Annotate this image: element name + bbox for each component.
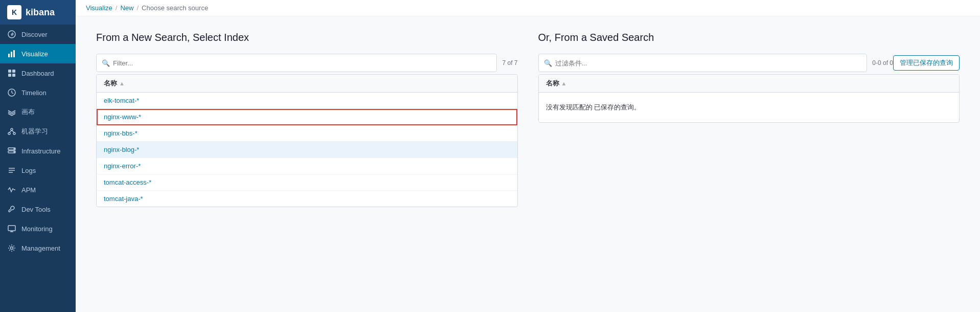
left-panel: From a New Search, Select Index 🔍 7 of 7…: [96, 32, 518, 207]
logo-text: kibana: [26, 7, 55, 18]
sidebar-item-label: Management: [21, 244, 60, 252]
sidebar-item-label: Logs: [21, 167, 36, 174]
svg-rect-6: [12, 70, 15, 73]
sidebar-item-label: Dev Tools: [21, 206, 51, 213]
sidebar-item-timelion[interactable]: Timelion: [0, 83, 76, 102]
search-icon: 🔍: [544, 59, 552, 67]
svg-point-14: [13, 132, 15, 135]
breadcrumb-sep-1: /: [116, 4, 118, 12]
no-results-message: 没有发现匹配的 已保存的查询。: [539, 93, 960, 122]
svg-line-16: [12, 130, 14, 132]
sidebar-item-label: Monitoring: [21, 225, 53, 233]
right-search-bar: 🔍: [538, 54, 868, 72]
svg-rect-8: [12, 74, 15, 77]
left-table: 名称 ▲ elk-tomcat-* nginx-www-* nginx-bbs-…: [96, 74, 518, 207]
table-row[interactable]: nginx-www-*: [97, 109, 517, 125]
sidebar-item-label: Visualize: [21, 50, 48, 58]
svg-rect-3: [11, 52, 12, 57]
grid-icon: [7, 69, 16, 78]
left-table-header: 名称 ▲: [97, 75, 517, 93]
sidebar-item-monitoring[interactable]: Monitoring: [0, 219, 76, 238]
logo[interactable]: K kibana: [0, 0, 76, 25]
left-panel-title: From a New Search, Select Index: [96, 32, 518, 43]
svg-point-27: [11, 247, 13, 250]
sidebar-item-discover[interactable]: Discover: [0, 25, 76, 44]
monitor-icon: [7, 224, 16, 233]
layers-icon: [7, 107, 16, 117]
logs-icon: [7, 166, 16, 175]
sidebar-item-label: 画布: [21, 107, 35, 117]
svg-point-20: [14, 151, 15, 152]
sidebar-item-label: Dashboard: [21, 70, 54, 77]
svg-line-11: [12, 93, 13, 94]
sidebar-item-label: 机器学习: [21, 127, 48, 136]
svg-rect-7: [8, 74, 11, 77]
infrastructure-icon: [7, 146, 16, 155]
breadcrumb-sep-2: /: [136, 4, 139, 12]
left-filter-row: 🔍 7 of 7: [96, 54, 518, 72]
table-row[interactable]: nginx-blog-*: [97, 142, 517, 158]
apm-icon: [7, 185, 16, 194]
right-panel-title: Or, From a Saved Search: [538, 32, 960, 43]
svg-rect-5: [8, 70, 11, 73]
breadcrumb-new[interactable]: New: [120, 4, 133, 12]
compass-icon: [7, 30, 16, 39]
right-filter-count: 0-0 of 0: [872, 59, 893, 66]
sidebar-item-visualize[interactable]: Visualize: [0, 44, 76, 63]
sidebar-item-management[interactable]: Management: [0, 238, 76, 258]
right-table-header: 名称 ▲: [539, 75, 960, 93]
svg-rect-24: [8, 226, 15, 231]
sidebar-item-label: Timelion: [21, 89, 47, 97]
breadcrumb-visualize[interactable]: Visualize: [86, 4, 112, 12]
gear-icon: [7, 243, 16, 253]
sidebar-item-dashboard[interactable]: Dashboard: [0, 63, 76, 83]
sidebar-item-devtools[interactable]: Dev Tools: [0, 199, 76, 219]
svg-point-13: [8, 132, 10, 135]
left-col-name: 名称: [104, 79, 117, 88]
sidebar-item-infrastructure[interactable]: Infrastructure: [0, 141, 76, 161]
right-col-name: 名称: [546, 79, 559, 88]
breadcrumb: Visualize / New / Choose search source: [76, 0, 980, 16]
panels-container: From a New Search, Select Index 🔍 7 of 7…: [96, 32, 960, 207]
svg-rect-4: [13, 50, 15, 57]
sidebar-item-ml[interactable]: 机器学习: [0, 122, 76, 141]
logo-icon: K: [7, 5, 21, 19]
sort-icon: ▲: [561, 80, 567, 86]
table-row[interactable]: nginx-error-*: [97, 158, 517, 174]
svg-point-12: [11, 128, 13, 130]
svg-marker-1: [11, 32, 14, 36]
table-row[interactable]: tomcat-access-*: [97, 174, 517, 191]
main-content: Visualize / New / Choose search source F…: [76, 0, 980, 312]
sidebar-item-label: Discover: [21, 31, 48, 38]
clock-icon: [7, 88, 16, 97]
svg-point-19: [14, 148, 15, 149]
right-filter-input[interactable]: [555, 59, 862, 67]
right-filter-row: 🔍 0-0 of 0 管理已保存的查询: [538, 54, 960, 72]
right-panel: Or, From a Saved Search 🔍 0-0 of 0 管理已保存…: [538, 32, 960, 207]
sidebar-item-logs[interactable]: Logs: [0, 161, 76, 180]
table-row[interactable]: tomcat-java-*: [97, 191, 517, 207]
sidebar-item-label: APM: [21, 186, 36, 194]
manage-saved-queries-button[interactable]: 管理已保存的查询: [893, 55, 960, 71]
sidebar: K kibana Discover Visualize: [0, 0, 76, 312]
svg-rect-2: [8, 54, 10, 57]
sort-icon: ▲: [119, 80, 125, 86]
search-icon: 🔍: [102, 59, 110, 67]
left-search-bar: 🔍: [96, 54, 497, 72]
bar-chart-icon: [7, 49, 16, 58]
sidebar-item-label: Infrastructure: [21, 147, 61, 155]
ml-icon: [7, 127, 16, 136]
sidebar-item-apm[interactable]: APM: [0, 180, 76, 199]
sidebar-item-canvas[interactable]: 画布: [0, 102, 76, 122]
page-content: From a New Search, Select Index 🔍 7 of 7…: [76, 16, 980, 312]
svg-line-15: [9, 130, 12, 132]
table-row[interactable]: elk-tomcat-*: [97, 93, 517, 109]
breadcrumb-current: Choose search source: [142, 4, 208, 12]
left-filter-count: 7 of 7: [502, 59, 517, 66]
left-filter-input[interactable]: [113, 59, 491, 67]
table-row[interactable]: nginx-bbs-*: [97, 125, 517, 142]
wrench-icon: [7, 205, 16, 214]
right-table: 名称 ▲ 没有发现匹配的 已保存的查询。: [538, 74, 960, 123]
